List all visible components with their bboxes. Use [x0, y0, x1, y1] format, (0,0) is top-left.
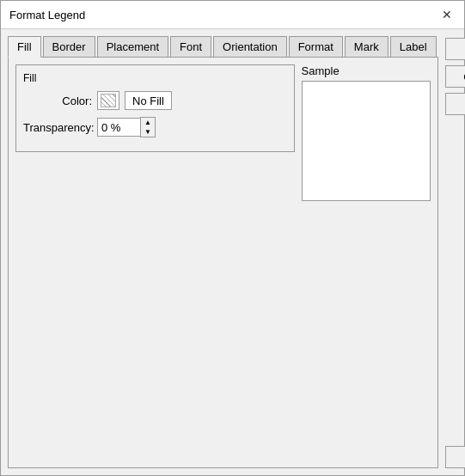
spinner-buttons: ▲ ▼	[140, 117, 156, 137]
color-row: Color: No Fill	[23, 91, 287, 110]
transparency-input[interactable]	[97, 118, 140, 137]
tab-orientation[interactable]: Orientation	[213, 36, 287, 57]
tab-font[interactable]: Font	[170, 36, 211, 57]
fill-section: Fill Color: No Fill Tr	[15, 64, 295, 461]
button-gap	[445, 120, 465, 441]
left-panel: Fill Border Placement Font Orientation F…	[8, 36, 438, 468]
tab-fill[interactable]: Fill	[8, 36, 41, 58]
cancel-button[interactable]: Cancel	[445, 65, 465, 88]
color-label: Color:	[23, 95, 92, 107]
close-button[interactable]: ✕	[438, 6, 456, 23]
apply-button[interactable]: Apply	[445, 93, 465, 115]
sample-box	[302, 81, 431, 201]
tab-content-fill: Fill Color: No Fill Tr	[8, 58, 438, 468]
no-fill-button[interactable]: No Fill	[125, 91, 172, 110]
ok-button[interactable]: OK	[445, 38, 465, 60]
format-legend-dialog: Format Legend ✕ Fill Border Placement Fo…	[0, 0, 465, 476]
tab-mark[interactable]: Mark	[345, 36, 389, 57]
tab-content-inner: Fill Color: No Fill Tr	[15, 64, 431, 461]
tab-format[interactable]: Format	[289, 36, 343, 57]
sample-label: Sample	[302, 64, 431, 77]
sample-section: Sample	[302, 64, 431, 461]
transparency-label: Transparency:	[23, 121, 92, 134]
tab-label[interactable]: Label	[390, 36, 437, 57]
color-swatch-inner	[101, 94, 116, 107]
color-swatch[interactable]	[97, 91, 119, 110]
help-button[interactable]: Help	[445, 446, 465, 468]
spinner-down-button[interactable]: ▼	[141, 127, 155, 137]
spinner-up-button[interactable]: ▲	[141, 118, 155, 127]
dialog-title: Format Legend	[9, 9, 85, 21]
dialog-content: Fill Border Placement Font Orientation F…	[1, 29, 464, 475]
transparency-spinner: ▲ ▼	[97, 117, 156, 137]
title-bar: Format Legend ✕	[1, 1, 464, 29]
transparency-row: Transparency: ▲ ▼	[23, 117, 287, 137]
tab-border[interactable]: Border	[43, 36, 95, 57]
fill-box: Fill Color: No Fill Tr	[15, 64, 295, 152]
tabs-bar: Fill Border Placement Font Orientation F…	[8, 36, 438, 58]
fill-section-title: Fill	[23, 72, 287, 84]
right-panel: OK Cancel Apply Help	[445, 36, 465, 468]
tab-placement[interactable]: Placement	[97, 36, 168, 57]
